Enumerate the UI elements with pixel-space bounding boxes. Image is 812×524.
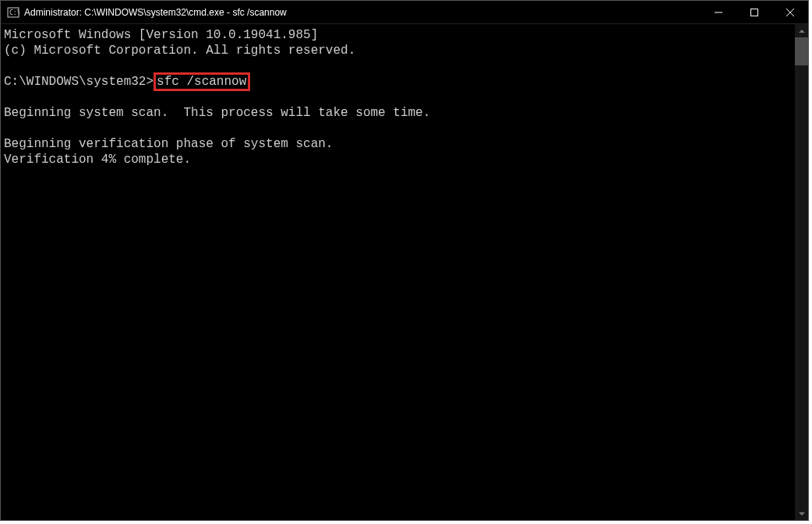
content-area: Microsoft Windows [Version 10.0.19041.98…: [1, 24, 808, 520]
command-highlight: sfc /scannow: [154, 72, 250, 91]
scan-begin-line: Beginning system scan. This process will…: [4, 105, 795, 121]
version-line: Microsoft Windows [Version 10.0.19041.98…: [4, 27, 795, 43]
prompt-text: C:\WINDOWS\system32>: [4, 74, 154, 90]
scrollbar-thumb[interactable]: [795, 37, 808, 65]
copyright-line: (c) Microsoft Corporation. All rights re…: [4, 43, 795, 58]
scroll-up-arrow-icon[interactable]: [795, 24, 808, 37]
blank-line: [4, 58, 795, 74]
minimize-button[interactable]: [701, 1, 736, 23]
svg-rect-3: [751, 9, 758, 16]
svg-marker-7: [799, 512, 805, 515]
blank-line-2: [4, 90, 795, 105]
close-button[interactable]: [772, 1, 808, 23]
window-controls: [701, 1, 808, 23]
maximize-button[interactable]: [736, 1, 772, 23]
svg-marker-6: [799, 30, 805, 33]
cmd-window: C:\ Administrator: C:\WINDOWS\system32\c…: [0, 0, 809, 521]
scroll-down-arrow-icon[interactable]: [795, 507, 808, 520]
svg-text:C:\: C:\: [9, 9, 19, 16]
titlebar[interactable]: C:\ Administrator: C:\WINDOWS\system32\c…: [1, 1, 808, 24]
verification-begin-line: Beginning verification phase of system s…: [4, 136, 795, 152]
verification-progress-line: Verification 4% complete.: [4, 152, 795, 167]
terminal-output[interactable]: Microsoft Windows [Version 10.0.19041.98…: [1, 24, 795, 520]
prompt-line: C:\WINDOWS\system32>sfc /scannow: [4, 74, 795, 90]
window-title: Administrator: C:\WINDOWS\system32\cmd.e…: [24, 7, 701, 18]
vertical-scrollbar[interactable]: [795, 24, 808, 520]
blank-line-3: [4, 121, 795, 136]
scrollbar-track[interactable]: [795, 37, 808, 507]
cmd-icon: C:\: [7, 6, 19, 19]
command-text: sfc /scannow: [157, 75, 246, 89]
